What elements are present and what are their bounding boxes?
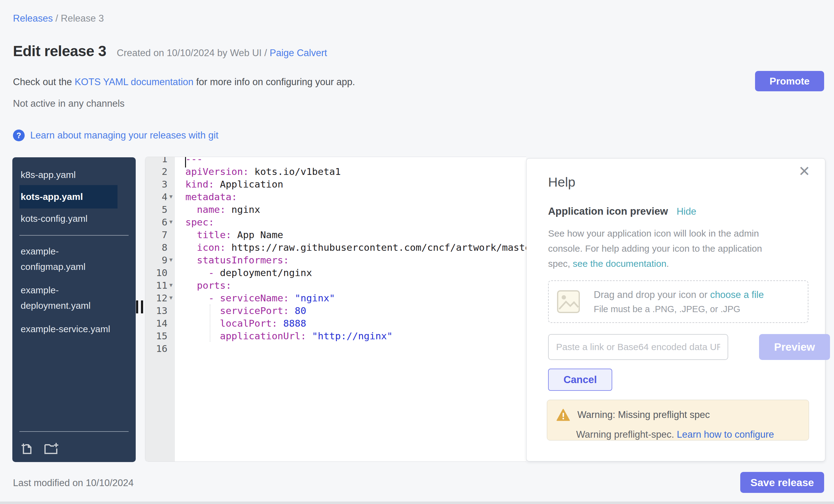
text-cursor <box>185 157 186 168</box>
code-line[interactable]: 3kind: Application <box>145 178 526 191</box>
yaml-code-editor[interactable]: 1---2apiVersion: kots.io/v1beta13kind: A… <box>145 157 526 462</box>
close-icon[interactable]: ✕ <box>798 164 810 178</box>
line-number: 4 <box>145 191 168 203</box>
code-line[interactable]: 1--- <box>145 157 526 165</box>
code-text: - serviceName: "nginx" <box>185 292 335 304</box>
created-text: Created on 10/10/2024 by Web UI / Paige … <box>117 47 327 59</box>
warning-icon <box>556 409 570 421</box>
file-item[interactable]: example-configmap.yaml <box>19 244 117 275</box>
author-link[interactable]: Paige Calvert <box>269 47 327 58</box>
warning-box: Warning: Missing preflight spec Warning … <box>547 400 809 440</box>
cancel-button[interactable]: Cancel <box>548 369 612 391</box>
line-number: 12 <box>145 292 168 304</box>
sidebar-actions <box>20 442 59 455</box>
git-releases-link[interactable]: Learn about managing your releases with … <box>30 130 218 141</box>
edit-release-page: Releases / Release 3 Edit release 3 Crea… <box>0 0 834 504</box>
file-list: k8s-app.yamlkots-app.yamlkots-config.yam… <box>12 157 136 337</box>
code-line[interactable]: 13 servicePort: 80 <box>145 304 526 317</box>
code-line[interactable]: 8 icon: https://raw.githubusercontent.co… <box>145 241 526 254</box>
fold-arrow-icon[interactable]: ▾ <box>169 291 177 304</box>
line-number: 11 <box>145 279 168 292</box>
line-number: 8 <box>145 241 168 254</box>
page-title: Edit release 3 <box>13 43 106 60</box>
code-text: applicationUrl: "http://nginx" <box>185 330 393 342</box>
code-line[interactable]: 9▾ statusInformers: <box>145 254 526 266</box>
line-number: 7 <box>145 228 168 241</box>
code-text: name: nginx <box>185 203 260 216</box>
preview-button[interactable]: Preview <box>759 334 830 360</box>
line-number: 14 <box>145 317 168 330</box>
promote-button[interactable]: Promote <box>755 71 824 91</box>
file-sidebar: k8s-app.yamlkots-app.yamlkots-config.yam… <box>12 157 136 462</box>
code-text: metadata: <box>185 191 237 203</box>
line-number: 2 <box>145 165 168 178</box>
line-number: 13 <box>145 304 168 317</box>
code-text: --- <box>185 157 203 165</box>
help-panel: ✕ Help Application icon preview Hide See… <box>526 158 825 461</box>
file-item[interactable]: kots-config.yaml <box>19 211 117 226</box>
fold-arrow-icon[interactable]: ▾ <box>169 215 177 228</box>
breadcrumb-current: Release 3 <box>61 13 104 24</box>
icon-url-input[interactable] <box>548 334 728 360</box>
line-number: 5 <box>145 203 168 216</box>
channel-status: Not active in any channels <box>13 98 125 109</box>
save-release-button[interactable]: Save release <box>740 472 824 493</box>
code-lines: 1---2apiVersion: kots.io/v1beta13kind: A… <box>145 157 526 355</box>
help-description: See how your application icon will look … <box>548 226 764 271</box>
kots-doc-link[interactable]: KOTS YAML documentation <box>75 76 193 87</box>
file-group-divider <box>19 235 129 236</box>
breadcrumb-releases-link[interactable]: Releases <box>13 13 53 24</box>
last-modified: Last modified on 10/10/2024 <box>13 478 134 488</box>
line-number: 16 <box>145 342 168 355</box>
code-text: statusInformers: <box>185 254 289 266</box>
resize-handle-left[interactable] <box>136 301 143 313</box>
code-line[interactable]: 5 name: nginx <box>145 203 526 216</box>
code-line[interactable]: 4▾metadata: <box>145 191 526 203</box>
indent-guide <box>210 304 210 342</box>
image-placeholder-icon <box>557 290 580 313</box>
line-number: 1 <box>145 157 168 165</box>
see-documentation-link[interactable]: see the documentation <box>573 259 666 269</box>
warning-title: Warning: Missing preflight spec <box>577 409 710 420</box>
code-line[interactable]: 2apiVersion: kots.io/v1beta1 <box>145 165 526 178</box>
fold-arrow-icon[interactable]: ▾ <box>169 253 177 266</box>
add-file-icon[interactable] <box>20 442 34 455</box>
hide-link[interactable]: Hide <box>677 206 697 217</box>
git-help-row: ? Learn about managing your releases wit… <box>13 130 218 141</box>
line-number: 10 <box>145 266 168 279</box>
line-number: 6 <box>145 216 168 228</box>
code-line[interactable]: 10 - deployment/nginx <box>145 266 526 279</box>
kots-doc-line: Check out the KOTS YAML documentation fo… <box>13 76 355 88</box>
help-title: Help <box>548 175 575 190</box>
code-line[interactable]: 12▾ - serviceName: "nginx" <box>145 292 526 304</box>
choose-file-link[interactable]: choose a file <box>710 289 764 300</box>
code-line[interactable]: 16 <box>145 342 526 355</box>
fold-arrow-icon[interactable]: ▾ <box>169 279 177 291</box>
file-item[interactable]: example-deployment.yaml <box>19 283 117 313</box>
code-text: title: App Name <box>185 228 283 241</box>
code-line[interactable]: 15 applicationUrl: "http://nginx" <box>145 330 526 342</box>
file-item[interactable]: kots-app.yaml <box>19 185 117 209</box>
icon-dropzone[interactable]: Drag and drop your icon or choose a file… <box>548 280 808 323</box>
code-line[interactable]: 14 localPort: 8888 <box>145 317 526 330</box>
code-line[interactable]: 7 title: App Name <box>145 228 526 241</box>
line-number: 15 <box>145 330 168 342</box>
code-text: icon: https://raw.githubusercontent.com/… <box>185 241 526 254</box>
dropzone-subtext: File must be a .PNG, .JPEG, or .JPG <box>594 304 764 314</box>
fold-arrow-icon[interactable]: ▾ <box>169 190 177 203</box>
warning-subtext: Warning preflight-spec. Learn how to con… <box>576 429 799 440</box>
bottom-edge <box>0 502 834 504</box>
code-text: ports: <box>185 279 231 292</box>
configure-link[interactable]: Learn how to configure <box>677 429 774 440</box>
code-text: servicePort: 80 <box>185 304 306 317</box>
code-line[interactable]: 6▾spec: <box>145 216 526 228</box>
code-text: spec: <box>185 216 214 228</box>
section-title: Application icon preview <box>548 205 668 217</box>
code-line[interactable]: 11▾ ports: <box>145 279 526 292</box>
file-item[interactable]: example-service.yaml <box>19 322 117 337</box>
code-text: localPort: 8888 <box>185 317 306 330</box>
line-number: 3 <box>145 178 168 191</box>
file-item[interactable]: k8s-app.yaml <box>19 167 117 182</box>
title-row: Edit release 3 Created on 10/10/2024 by … <box>13 43 327 60</box>
add-folder-icon[interactable] <box>44 442 59 455</box>
